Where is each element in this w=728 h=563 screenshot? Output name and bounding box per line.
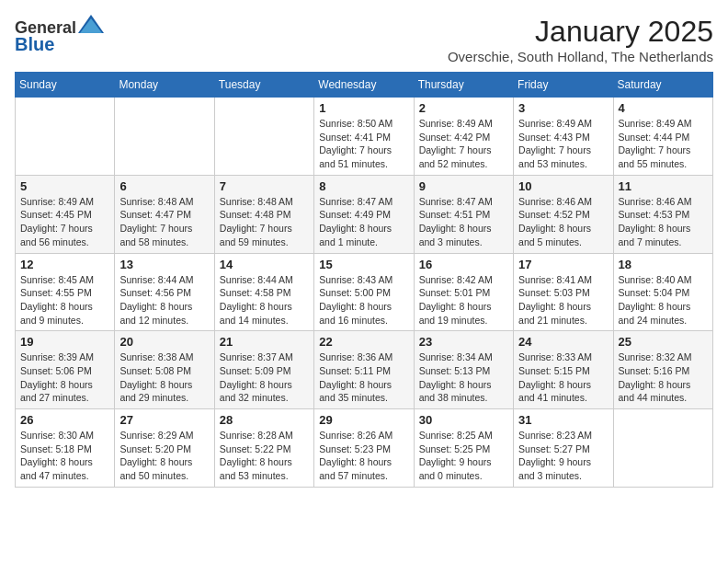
- calendar-cell: 17Sunrise: 8:41 AM Sunset: 5:03 PM Dayli…: [514, 253, 613, 331]
- calendar-cell: 1Sunrise: 8:50 AM Sunset: 4:41 PM Daylig…: [314, 98, 414, 176]
- day-info: Sunrise: 8:43 AM Sunset: 5:00 PM Dayligh…: [319, 273, 408, 327]
- day-number: 29: [319, 413, 408, 427]
- calendar-cell: 19Sunrise: 8:39 AM Sunset: 5:06 PM Dayli…: [16, 331, 115, 409]
- day-number: 18: [619, 258, 708, 271]
- day-number: 28: [220, 413, 309, 427]
- day-info: Sunrise: 8:42 AM Sunset: 5:01 PM Dayligh…: [419, 273, 508, 327]
- day-number: 12: [20, 258, 109, 271]
- day-number: 19: [20, 335, 109, 349]
- calendar-table: SundayMondayTuesdayWednesdayThursdayFrid…: [15, 72, 713, 488]
- day-info: Sunrise: 8:49 AM Sunset: 4:42 PM Dayligh…: [419, 117, 508, 171]
- calendar-cell: 30Sunrise: 8:25 AM Sunset: 5:25 PM Dayli…: [414, 409, 513, 488]
- weekday-header: Monday: [115, 73, 214, 98]
- day-info: Sunrise: 8:39 AM Sunset: 5:06 PM Dayligh…: [20, 350, 109, 405]
- day-info: Sunrise: 8:37 AM Sunset: 5:09 PM Dayligh…: [220, 350, 309, 405]
- day-info: Sunrise: 8:32 AM Sunset: 5:16 PM Dayligh…: [619, 350, 708, 405]
- day-info: Sunrise: 8:47 AM Sunset: 4:51 PM Dayligh…: [419, 195, 508, 249]
- day-number: 13: [119, 258, 209, 271]
- day-info: Sunrise: 8:46 AM Sunset: 4:52 PM Dayligh…: [518, 195, 608, 249]
- weekday-header: Wednesday: [314, 73, 414, 98]
- day-info: Sunrise: 8:40 AM Sunset: 5:04 PM Dayligh…: [619, 273, 708, 327]
- day-info: Sunrise: 8:38 AM Sunset: 5:08 PM Dayligh…: [119, 350, 209, 405]
- calendar-week-row: 26Sunrise: 8:30 AM Sunset: 5:18 PM Dayli…: [16, 409, 713, 488]
- weekday-header: Friday: [514, 73, 613, 98]
- calendar-week-row: 1Sunrise: 8:50 AM Sunset: 4:41 PM Daylig…: [16, 98, 713, 176]
- calendar-cell: 16Sunrise: 8:42 AM Sunset: 5:01 PM Dayli…: [414, 253, 513, 331]
- day-info: Sunrise: 8:26 AM Sunset: 5:23 PM Dayligh…: [319, 429, 408, 483]
- day-info: Sunrise: 8:29 AM Sunset: 5:20 PM Dayligh…: [119, 429, 209, 483]
- month-title: January 2025: [448, 15, 713, 49]
- day-number: 8: [319, 179, 408, 193]
- calendar-cell: 2Sunrise: 8:49 AM Sunset: 4:42 PM Daylig…: [414, 98, 513, 176]
- day-info: Sunrise: 8:46 AM Sunset: 4:53 PM Dayligh…: [619, 195, 708, 249]
- day-number: 14: [220, 258, 309, 271]
- day-info: Sunrise: 8:49 AM Sunset: 4:45 PM Dayligh…: [20, 195, 109, 249]
- calendar-cell: 23Sunrise: 8:34 AM Sunset: 5:13 PM Dayli…: [414, 331, 513, 409]
- day-number: 31: [518, 413, 608, 427]
- weekday-header-row: SundayMondayTuesdayWednesdayThursdayFrid…: [16, 73, 713, 98]
- calendar-cell: 3Sunrise: 8:49 AM Sunset: 4:43 PM Daylig…: [514, 98, 613, 176]
- calendar-cell: 8Sunrise: 8:47 AM Sunset: 4:49 PM Daylig…: [314, 175, 414, 253]
- calendar-cell: 26Sunrise: 8:30 AM Sunset: 5:18 PM Dayli…: [16, 409, 115, 488]
- day-info: Sunrise: 8:23 AM Sunset: 5:27 PM Dayligh…: [518, 429, 608, 483]
- calendar-cell: 20Sunrise: 8:38 AM Sunset: 5:08 PM Dayli…: [115, 331, 214, 409]
- calendar-cell: 15Sunrise: 8:43 AM Sunset: 5:00 PM Dayli…: [314, 253, 414, 331]
- calendar-cell: [115, 98, 214, 176]
- logo-blue: Blue: [15, 34, 54, 55]
- day-number: 22: [319, 335, 408, 349]
- calendar-cell: [613, 409, 712, 488]
- calendar-cell: 29Sunrise: 8:26 AM Sunset: 5:23 PM Dayli…: [314, 409, 414, 488]
- calendar-cell: 25Sunrise: 8:32 AM Sunset: 5:16 PM Dayli…: [613, 331, 712, 409]
- day-info: Sunrise: 8:48 AM Sunset: 4:47 PM Dayligh…: [119, 195, 209, 249]
- calendar-cell: 10Sunrise: 8:46 AM Sunset: 4:52 PM Dayli…: [514, 175, 613, 253]
- calendar-week-row: 19Sunrise: 8:39 AM Sunset: 5:06 PM Dayli…: [16, 331, 713, 409]
- day-number: 25: [619, 335, 708, 349]
- day-number: 16: [419, 258, 508, 271]
- day-number: 30: [419, 413, 508, 427]
- weekday-header: Sunday: [16, 73, 115, 98]
- calendar-cell: [16, 98, 115, 176]
- day-number: 26: [20, 413, 109, 427]
- day-info: Sunrise: 8:49 AM Sunset: 4:44 PM Dayligh…: [619, 117, 708, 171]
- day-number: 3: [518, 101, 608, 115]
- calendar-cell: 24Sunrise: 8:33 AM Sunset: 5:15 PM Dayli…: [514, 331, 613, 409]
- day-number: 6: [119, 179, 209, 193]
- day-info: Sunrise: 8:25 AM Sunset: 5:25 PM Dayligh…: [419, 429, 508, 483]
- calendar-cell: 31Sunrise: 8:23 AM Sunset: 5:27 PM Dayli…: [514, 409, 613, 488]
- calendar-cell: 27Sunrise: 8:29 AM Sunset: 5:20 PM Dayli…: [115, 409, 214, 488]
- calendar-cell: 22Sunrise: 8:36 AM Sunset: 5:11 PM Dayli…: [314, 331, 414, 409]
- weekday-header: Tuesday: [214, 73, 313, 98]
- day-number: 27: [119, 413, 209, 427]
- day-info: Sunrise: 8:49 AM Sunset: 4:43 PM Dayligh…: [518, 117, 608, 171]
- calendar-cell: 28Sunrise: 8:28 AM Sunset: 5:22 PM Dayli…: [214, 409, 313, 488]
- day-info: Sunrise: 8:45 AM Sunset: 4:55 PM Dayligh…: [20, 273, 109, 327]
- calendar-week-row: 12Sunrise: 8:45 AM Sunset: 4:55 PM Dayli…: [16, 253, 713, 331]
- calendar-cell: 21Sunrise: 8:37 AM Sunset: 5:09 PM Dayli…: [214, 331, 313, 409]
- day-info: Sunrise: 8:30 AM Sunset: 5:18 PM Dayligh…: [20, 429, 109, 483]
- title-block: January 2025 Overschie, South Holland, T…: [448, 15, 713, 64]
- day-info: Sunrise: 8:41 AM Sunset: 5:03 PM Dayligh…: [518, 273, 608, 327]
- day-info: Sunrise: 8:28 AM Sunset: 5:22 PM Dayligh…: [220, 429, 309, 483]
- day-number: 5: [20, 179, 109, 193]
- calendar-cell: 14Sunrise: 8:44 AM Sunset: 4:58 PM Dayli…: [214, 253, 313, 331]
- day-number: 1: [319, 101, 408, 115]
- calendar-cell: 18Sunrise: 8:40 AM Sunset: 5:04 PM Dayli…: [613, 253, 712, 331]
- calendar-cell: [214, 98, 313, 176]
- weekday-header: Saturday: [613, 73, 712, 98]
- day-info: Sunrise: 8:33 AM Sunset: 5:15 PM Dayligh…: [518, 350, 608, 405]
- day-number: 7: [220, 179, 309, 193]
- day-number: 10: [518, 179, 608, 193]
- day-info: Sunrise: 8:44 AM Sunset: 4:56 PM Dayligh…: [119, 273, 209, 327]
- day-info: Sunrise: 8:50 AM Sunset: 4:41 PM Dayligh…: [319, 117, 408, 171]
- calendar-cell: 5Sunrise: 8:49 AM Sunset: 4:45 PM Daylig…: [16, 175, 115, 253]
- day-number: 20: [119, 335, 209, 349]
- calendar-cell: 12Sunrise: 8:45 AM Sunset: 4:55 PM Dayli…: [16, 253, 115, 331]
- day-number: 2: [419, 101, 508, 115]
- day-info: Sunrise: 8:36 AM Sunset: 5:11 PM Dayligh…: [319, 350, 408, 405]
- day-number: 24: [518, 335, 608, 349]
- page-header: General Blue January 2025 Overschie, Sou…: [15, 15, 713, 64]
- day-info: Sunrise: 8:44 AM Sunset: 4:58 PM Dayligh…: [220, 273, 309, 327]
- calendar-cell: 9Sunrise: 8:47 AM Sunset: 4:51 PM Daylig…: [414, 175, 513, 253]
- day-number: 17: [518, 258, 608, 271]
- day-info: Sunrise: 8:47 AM Sunset: 4:49 PM Dayligh…: [319, 195, 408, 249]
